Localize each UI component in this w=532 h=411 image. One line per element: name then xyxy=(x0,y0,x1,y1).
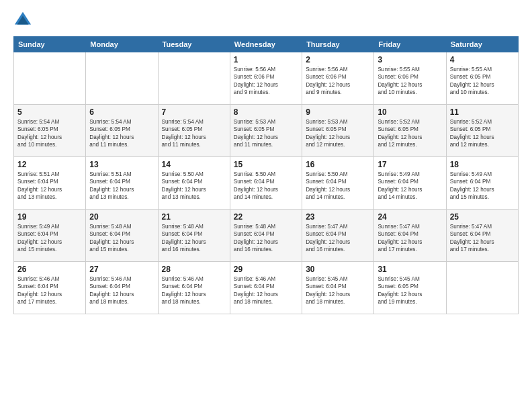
day-number: 24 xyxy=(378,212,442,222)
calendar-cell: 25Sunrise: 5:47 AM Sunset: 6:04 PM Dayli… xyxy=(446,210,518,262)
day-number: 31 xyxy=(378,265,442,274)
day-info: Sunrise: 5:56 AM Sunset: 6:06 PM Dayligh… xyxy=(234,66,298,97)
calendar-cell: 15Sunrise: 5:50 AM Sunset: 6:04 PM Dayli… xyxy=(230,157,302,210)
calendar-cell: 24Sunrise: 5:47 AM Sunset: 6:04 PM Dayli… xyxy=(374,210,446,262)
day-number: 29 xyxy=(234,265,298,274)
day-number: 14 xyxy=(162,160,226,169)
day-number: 23 xyxy=(306,212,370,222)
day-number: 8 xyxy=(234,107,298,117)
day-number: 17 xyxy=(378,160,442,169)
calendar-header-wednesday: Wednesday xyxy=(230,37,302,52)
day-number: 9 xyxy=(306,107,370,117)
day-number: 11 xyxy=(450,107,515,117)
day-info: Sunrise: 5:49 AM Sunset: 6:04 PM Dayligh… xyxy=(17,223,82,254)
calendar-cell: 17Sunrise: 5:49 AM Sunset: 6:04 PM Dayli… xyxy=(374,157,446,210)
day-info: Sunrise: 5:48 AM Sunset: 6:04 PM Dayligh… xyxy=(234,223,298,254)
calendar-header-row: SundayMondayTuesdayWednesdayThursdayFrid… xyxy=(14,37,519,52)
day-info: Sunrise: 5:52 AM Sunset: 6:05 PM Dayligh… xyxy=(450,118,515,149)
calendar-cell: 8Sunrise: 5:53 AM Sunset: 6:05 PM Daylig… xyxy=(230,105,302,157)
day-number: 15 xyxy=(234,160,298,169)
day-info: Sunrise: 5:48 AM Sunset: 6:04 PM Dayligh… xyxy=(89,223,154,254)
calendar: SundayMondayTuesdayWednesdayThursdayFrid… xyxy=(13,36,519,314)
day-number: 21 xyxy=(162,212,226,222)
calendar-header-monday: Monday xyxy=(86,37,158,52)
day-info: Sunrise: 5:49 AM Sunset: 6:04 PM Dayligh… xyxy=(378,171,442,201)
calendar-week-2: 5Sunrise: 5:54 AM Sunset: 6:05 PM Daylig… xyxy=(14,105,519,157)
calendar-cell: 31Sunrise: 5:45 AM Sunset: 6:05 PM Dayli… xyxy=(374,262,446,314)
calendar-header-friday: Friday xyxy=(374,37,446,52)
day-info: Sunrise: 5:56 AM Sunset: 6:06 PM Dayligh… xyxy=(306,66,370,97)
day-number: 12 xyxy=(17,160,82,169)
calendar-week-3: 12Sunrise: 5:51 AM Sunset: 6:04 PM Dayli… xyxy=(14,157,519,210)
calendar-cell: 23Sunrise: 5:47 AM Sunset: 6:04 PM Dayli… xyxy=(302,210,374,262)
calendar-cell xyxy=(14,52,86,105)
calendar-cell: 12Sunrise: 5:51 AM Sunset: 6:04 PM Dayli… xyxy=(14,157,86,210)
calendar-cell: 2Sunrise: 5:56 AM Sunset: 6:06 PM Daylig… xyxy=(302,52,374,105)
day-info: Sunrise: 5:50 AM Sunset: 6:04 PM Dayligh… xyxy=(234,171,298,201)
calendar-cell xyxy=(446,262,518,314)
calendar-cell: 26Sunrise: 5:46 AM Sunset: 6:04 PM Dayli… xyxy=(14,262,86,314)
day-number: 30 xyxy=(306,265,370,274)
day-info: Sunrise: 5:45 AM Sunset: 6:05 PM Dayligh… xyxy=(378,275,442,306)
day-info: Sunrise: 5:46 AM Sunset: 6:04 PM Dayligh… xyxy=(89,275,154,306)
day-number: 3 xyxy=(378,55,442,64)
day-number: 7 xyxy=(162,107,226,117)
calendar-cell: 4Sunrise: 5:55 AM Sunset: 6:05 PM Daylig… xyxy=(446,52,518,105)
calendar-cell: 21Sunrise: 5:48 AM Sunset: 6:04 PM Dayli… xyxy=(158,210,230,262)
day-info: Sunrise: 5:53 AM Sunset: 6:05 PM Dayligh… xyxy=(306,118,370,149)
day-info: Sunrise: 5:50 AM Sunset: 6:04 PM Dayligh… xyxy=(306,171,370,201)
day-info: Sunrise: 5:47 AM Sunset: 6:04 PM Dayligh… xyxy=(306,223,370,254)
day-info: Sunrise: 5:55 AM Sunset: 6:05 PM Dayligh… xyxy=(450,66,515,97)
calendar-header-thursday: Thursday xyxy=(302,37,374,52)
calendar-header-tuesday: Tuesday xyxy=(158,37,230,52)
calendar-cell: 16Sunrise: 5:50 AM Sunset: 6:04 PM Dayli… xyxy=(302,157,374,210)
day-info: Sunrise: 5:46 AM Sunset: 6:04 PM Dayligh… xyxy=(234,275,298,306)
day-info: Sunrise: 5:45 AM Sunset: 6:04 PM Dayligh… xyxy=(306,275,370,306)
calendar-cell: 18Sunrise: 5:49 AM Sunset: 6:04 PM Dayli… xyxy=(446,157,518,210)
day-number: 4 xyxy=(450,55,515,64)
day-info: Sunrise: 5:55 AM Sunset: 6:06 PM Dayligh… xyxy=(378,66,442,97)
day-number: 27 xyxy=(89,265,154,274)
day-number: 5 xyxy=(17,107,82,117)
day-info: Sunrise: 5:51 AM Sunset: 6:04 PM Dayligh… xyxy=(89,171,154,201)
calendar-cell: 10Sunrise: 5:52 AM Sunset: 6:05 PM Dayli… xyxy=(374,105,446,157)
calendar-cell: 6Sunrise: 5:54 AM Sunset: 6:05 PM Daylig… xyxy=(86,105,158,157)
day-info: Sunrise: 5:54 AM Sunset: 6:05 PM Dayligh… xyxy=(162,118,226,149)
day-info: Sunrise: 5:47 AM Sunset: 6:04 PM Dayligh… xyxy=(450,223,515,254)
calendar-cell: 11Sunrise: 5:52 AM Sunset: 6:05 PM Dayli… xyxy=(446,105,518,157)
day-number: 28 xyxy=(162,265,226,274)
day-info: Sunrise: 5:50 AM Sunset: 6:04 PM Dayligh… xyxy=(162,171,226,201)
day-info: Sunrise: 5:46 AM Sunset: 6:04 PM Dayligh… xyxy=(162,275,226,306)
day-number: 18 xyxy=(450,160,515,169)
calendar-header-sunday: Sunday xyxy=(14,37,86,52)
day-number: 19 xyxy=(17,212,82,222)
day-number: 13 xyxy=(89,160,154,169)
calendar-cell: 20Sunrise: 5:48 AM Sunset: 6:04 PM Dayli… xyxy=(86,210,158,262)
calendar-cell xyxy=(158,52,230,105)
day-info: Sunrise: 5:49 AM Sunset: 6:04 PM Dayligh… xyxy=(450,171,515,201)
logo-icon xyxy=(13,11,32,30)
day-info: Sunrise: 5:48 AM Sunset: 6:04 PM Dayligh… xyxy=(162,223,226,254)
calendar-cell: 3Sunrise: 5:55 AM Sunset: 6:06 PM Daylig… xyxy=(374,52,446,105)
calendar-cell: 29Sunrise: 5:46 AM Sunset: 6:04 PM Dayli… xyxy=(230,262,302,314)
day-number: 6 xyxy=(89,107,154,117)
calendar-cell: 7Sunrise: 5:54 AM Sunset: 6:05 PM Daylig… xyxy=(158,105,230,157)
calendar-cell: 9Sunrise: 5:53 AM Sunset: 6:05 PM Daylig… xyxy=(302,105,374,157)
calendar-week-5: 26Sunrise: 5:46 AM Sunset: 6:04 PM Dayli… xyxy=(14,262,519,314)
calendar-cell: 30Sunrise: 5:45 AM Sunset: 6:04 PM Dayli… xyxy=(302,262,374,314)
day-number: 10 xyxy=(378,107,442,117)
calendar-header-saturday: Saturday xyxy=(446,37,518,52)
calendar-cell: 1Sunrise: 5:56 AM Sunset: 6:06 PM Daylig… xyxy=(230,52,302,105)
calendar-cell: 28Sunrise: 5:46 AM Sunset: 6:04 PM Dayli… xyxy=(158,262,230,314)
page: SundayMondayTuesdayWednesdayThursdayFrid… xyxy=(0,0,532,411)
calendar-cell: 27Sunrise: 5:46 AM Sunset: 6:04 PM Dayli… xyxy=(86,262,158,314)
day-number: 25 xyxy=(450,212,515,222)
day-number: 16 xyxy=(306,160,370,169)
calendar-cell: 13Sunrise: 5:51 AM Sunset: 6:04 PM Dayli… xyxy=(86,157,158,210)
day-info: Sunrise: 5:46 AM Sunset: 6:04 PM Dayligh… xyxy=(17,275,82,306)
day-info: Sunrise: 5:54 AM Sunset: 6:05 PM Dayligh… xyxy=(17,118,82,149)
day-info: Sunrise: 5:51 AM Sunset: 6:04 PM Dayligh… xyxy=(17,171,82,201)
day-number: 22 xyxy=(234,212,298,222)
day-number: 2 xyxy=(306,55,370,64)
calendar-cell: 14Sunrise: 5:50 AM Sunset: 6:04 PM Dayli… xyxy=(158,157,230,210)
